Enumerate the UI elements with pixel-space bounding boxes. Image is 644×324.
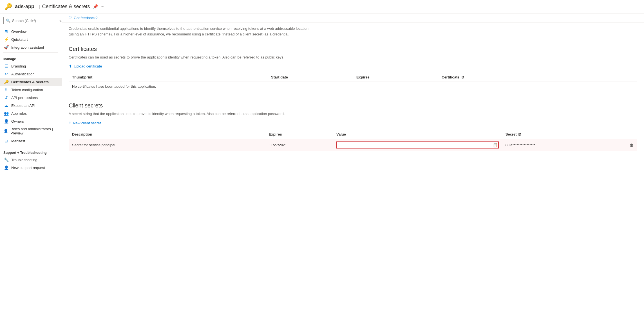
page-title: Certificates & secrets [42, 4, 90, 10]
app-roles-icon: 👥 [3, 111, 9, 116]
upload-certificate-button[interactable]: ⬆ Upload certificate [69, 64, 637, 68]
secret-description: Secret for service principal [69, 139, 265, 151]
description-header: Description [69, 130, 265, 139]
sidebar-item-label-troubleshooting: Troubleshooting [11, 158, 37, 162]
sidebar-item-label-token: Token configuration [11, 88, 43, 92]
support-request-icon: 👤 [3, 165, 9, 170]
owners-icon: 👤 [3, 119, 9, 123]
delete-secret-button[interactable]: 🗑 [629, 143, 634, 147]
app-icon: 🔑 [5, 3, 12, 10]
plus-icon: + [69, 120, 71, 125]
overview-icon: ⊞ [3, 29, 9, 34]
feedback-label: Got feedback? [74, 16, 98, 20]
sidebar-item-label-quickstart: Quickstart [11, 37, 28, 42]
sidebar-item-integration-assistant[interactable]: 🚀 Integration assistant [0, 43, 62, 51]
manage-section-label: Manage [0, 54, 62, 62]
sidebar-item-label-owners: Owners [11, 119, 24, 123]
sidebar-item-label-authentication: Authentication [11, 72, 34, 76]
main-content: ♡ Got feedback? Credentials enable confi… [62, 14, 644, 324]
feedback-icon: ♡ [69, 16, 72, 20]
sidebar-item-label-app-roles: App roles [11, 111, 27, 116]
sidebar-item-authentication[interactable]: ↩ Authentication [0, 70, 62, 78]
upload-certificate-label: Upload certificate [74, 64, 102, 68]
certificates-table: Thumbprint Start date Expires Certificat… [69, 73, 637, 91]
expires-col-header: Expires [265, 130, 333, 139]
sidebar-item-expose-an-api[interactable]: ☁ Expose an API [0, 102, 62, 109]
sidebar-item-token-configuration[interactable]: ⁞⁞ Token configuration [0, 86, 62, 94]
sidebar-item-troubleshooting[interactable]: 🔧 Troubleshooting [0, 156, 62, 164]
api-permissions-icon: ↺ [3, 95, 9, 100]
sidebar-item-label-expose-api: Expose an API [11, 104, 35, 108]
client-secrets-title: Client secrets [69, 102, 637, 109]
copy-icon[interactable]: 📋 [493, 143, 498, 147]
upload-icon: ⬆ [69, 64, 72, 68]
certificates-empty-message: No certificates have been added for this… [69, 82, 637, 91]
sidebar-item-api-permissions[interactable]: ↺ API permissions [0, 94, 62, 102]
sidebar-item-overview[interactable]: ⊞ Overview [0, 28, 62, 35]
secret-value-input[interactable] [336, 141, 499, 148]
certificates-section: Certificates Certificates can be used as… [62, 40, 644, 97]
secrets-table-header: Description Expires Value Secret ID [69, 130, 637, 139]
roles-icon: 👤 [3, 129, 8, 133]
sidebar-item-certificates-secrets[interactable]: 🔑 Certificates & secrets [0, 78, 62, 86]
authentication-icon: ↩ [3, 72, 9, 76]
sidebar-item-new-support-request[interactable]: 👤 New support request [0, 164, 62, 172]
sidebar-item-label-manifest: Manifest [11, 139, 25, 143]
sidebar-item-manifest[interactable]: ⊟ Manifest [0, 137, 62, 145]
search-icon: 🔍 [6, 19, 10, 23]
thumbprint-header: Thumbprint [69, 73, 268, 82]
sidebar-item-label-roles: Roles and administrators | Preview [10, 127, 58, 135]
certificates-table-header: Thumbprint Start date Expires Certificat… [69, 73, 637, 82]
client-secrets-desc: A secret string that the application use… [69, 112, 637, 116]
client-secrets-section: Client secrets A secret string that the … [62, 97, 644, 157]
manage-divider [3, 52, 58, 53]
more-button[interactable]: ··· [100, 4, 104, 9]
pin-button[interactable]: 📌 [93, 4, 98, 9]
client-secrets-table: Description Expires Value Secret ID Secr… [69, 130, 637, 151]
quickstart-icon: ⚡ [3, 37, 9, 42]
sidebar-item-label-api-permissions: API permissions [11, 96, 38, 100]
secret-expires: 11/27/2021 [265, 139, 333, 151]
delete-cell: 🗑 [626, 139, 637, 151]
table-row: Secret for service principal 11/27/2021 … [69, 139, 637, 151]
start-date-header: Start date [268, 73, 353, 82]
app-name: ads-app [15, 4, 34, 10]
sidebar-item-branding[interactable]: ☰ Branding [0, 62, 62, 70]
new-client-secret-button[interactable]: + New client secret [69, 120, 637, 125]
secret-value-cell: 📋 [333, 139, 502, 151]
sidebar-item-roles-administrators[interactable]: 👤 Roles and administrators | Preview [0, 125, 62, 137]
sidebar: 🔍 « ⊞ Overview ⚡ Quickstart 🚀 Integratio… [0, 14, 62, 324]
sidebar-item-app-roles[interactable]: 👥 App roles [0, 109, 62, 117]
main-layout: 🔍 « ⊞ Overview ⚡ Quickstart 🚀 Integratio… [0, 14, 644, 324]
manifest-icon: ⊟ [3, 139, 9, 143]
value-header: Value [333, 130, 502, 139]
page-description: Credentials enable confidential applicat… [62, 22, 315, 40]
certificates-empty-row: No certificates have been added for this… [69, 82, 637, 91]
search-container: 🔍 « [3, 17, 58, 24]
feedback-bar[interactable]: ♡ Got feedback? [62, 14, 644, 22]
certificates-icon: 🔑 [3, 80, 9, 84]
search-input[interactable] [12, 19, 59, 23]
header-separator: | [39, 4, 40, 9]
certificate-id-header: Certificate ID [438, 73, 637, 82]
expose-api-icon: ☁ [3, 103, 9, 108]
new-client-secret-label: New client secret [73, 121, 101, 125]
sidebar-item-label-integration: Integration assistant [11, 45, 44, 50]
token-icon: ⁞⁞ [3, 87, 9, 92]
secret-id-header: Secret ID [502, 130, 626, 139]
collapse-button[interactable]: « [59, 18, 62, 23]
support-section-label: Support + Troubleshooting [0, 147, 62, 156]
troubleshooting-icon: 🔧 [3, 158, 9, 162]
sidebar-item-label-certificates: Certificates & secrets [11, 80, 49, 84]
secret-id-value: 8Oa**************** [502, 139, 626, 151]
expires-header: Expires [353, 73, 438, 82]
sidebar-item-owners[interactable]: 👤 Owners [0, 117, 62, 125]
certificates-section-title: Certificates [69, 46, 637, 52]
page-header: 🔑 ads-app | Certificates & secrets 📌 ··· [0, 0, 644, 14]
sidebar-item-label-support: New support request [11, 166, 45, 170]
support-divider [3, 146, 58, 146]
certificates-section-desc: Certificates can be used as secrets to p… [69, 55, 637, 59]
sidebar-item-quickstart[interactable]: ⚡ Quickstart [0, 35, 62, 43]
branding-icon: ☰ [3, 64, 9, 68]
sidebar-item-label-overview: Overview [11, 30, 26, 34]
